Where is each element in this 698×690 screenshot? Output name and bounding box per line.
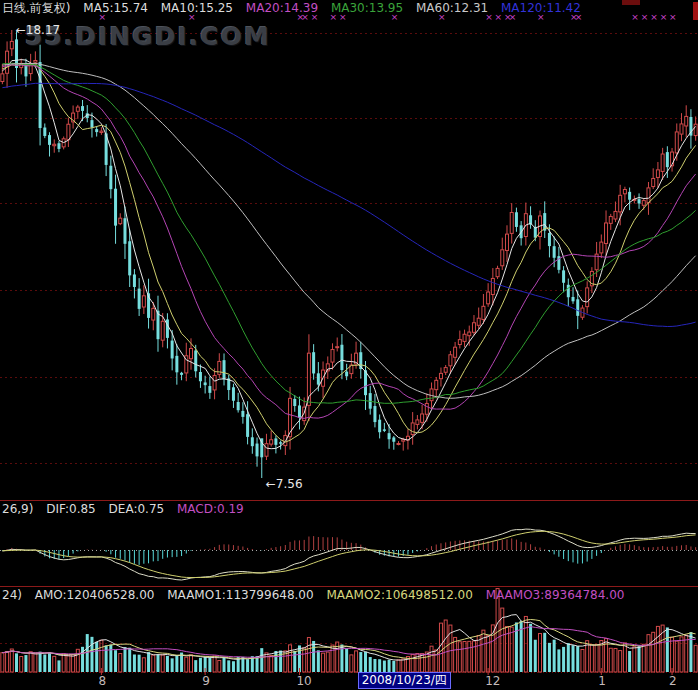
ma10-value: MA10:15.25	[161, 1, 233, 15]
ma5-value: MA5:15.74	[83, 1, 148, 15]
period-label: 日线.前复权)	[2, 1, 71, 15]
x-axis-month-label: 10	[296, 674, 311, 688]
x-axis-month-label: 1	[598, 674, 606, 688]
top-right-red-bar	[693, 2, 698, 20]
grid-lines	[0, 34, 698, 673]
stock-chart-window: ××××××××××××××××××××× 日线.前复权) MA5:15.74 …	[0, 0, 698, 690]
dif-value: DIF:0.85	[46, 502, 96, 516]
x-axis-month-label: 2	[669, 674, 677, 688]
ma-line-MA30	[2, 63, 695, 403]
ma-line-MA60	[2, 63, 695, 398]
ma-line-MA10	[2, 64, 695, 443]
maamo1-value: MAAMO1:113799648.00	[167, 588, 313, 602]
ma-line-MA20	[2, 65, 695, 419]
svg-text:×: ×	[650, 12, 658, 22]
x-axis-month-label: 8	[98, 674, 106, 688]
x-axis-month-label: 9	[202, 674, 210, 688]
amo-params: 24)	[2, 588, 22, 602]
amo-value: AMO:120406528.00	[35, 588, 155, 602]
ma60-value: MA60:12.31	[416, 1, 488, 15]
price-ma-lines	[2, 60, 695, 449]
low-price-label: ←7.56	[266, 477, 303, 491]
maamo3-value: MAAMO3:89364784.00	[486, 588, 625, 602]
indicator-header-price: 日线.前复权) MA5:15.74 MA10:15.25 MA20:14.39 …	[2, 1, 590, 15]
maamo2-value: MAAMO2:106498512.00	[326, 588, 472, 602]
macd-value: MACD:0.19	[177, 502, 244, 516]
candlestick-layer[interactable]	[1, 30, 697, 478]
indicator-header-macd: 26,9) DIF:0.85 DEA:0.75 MACD:0.19	[2, 502, 253, 516]
dea-value: DEA:0.75	[109, 502, 165, 516]
macd-params: 26,9)	[2, 502, 33, 516]
svg-text:×: ×	[669, 12, 677, 22]
watermark: 55.DINGDI.COM	[25, 22, 271, 51]
chart-canvas[interactable]: ×××××××××××××××××××××	[0, 0, 698, 690]
ma-line-MA5	[2, 60, 695, 449]
ma30-value: MA30:13.95	[331, 1, 403, 15]
indicator-header-amo: 24) AMO:120406528.00 MAAMO1:113799648.00…	[2, 588, 633, 602]
ma20-value: MA20:14.39	[246, 1, 318, 15]
high-price-label: ←18.17	[16, 23, 60, 37]
selected-date-label: 2008/10/23/四	[358, 672, 451, 689]
svg-text:×: ×	[641, 12, 649, 22]
svg-text:×: ×	[631, 12, 639, 22]
ma120-value: MA120:11.42	[501, 1, 581, 15]
svg-text:×: ×	[660, 12, 668, 22]
x-axis-month-label: 12	[485, 674, 500, 688]
top-right-red-block	[622, 0, 640, 5]
